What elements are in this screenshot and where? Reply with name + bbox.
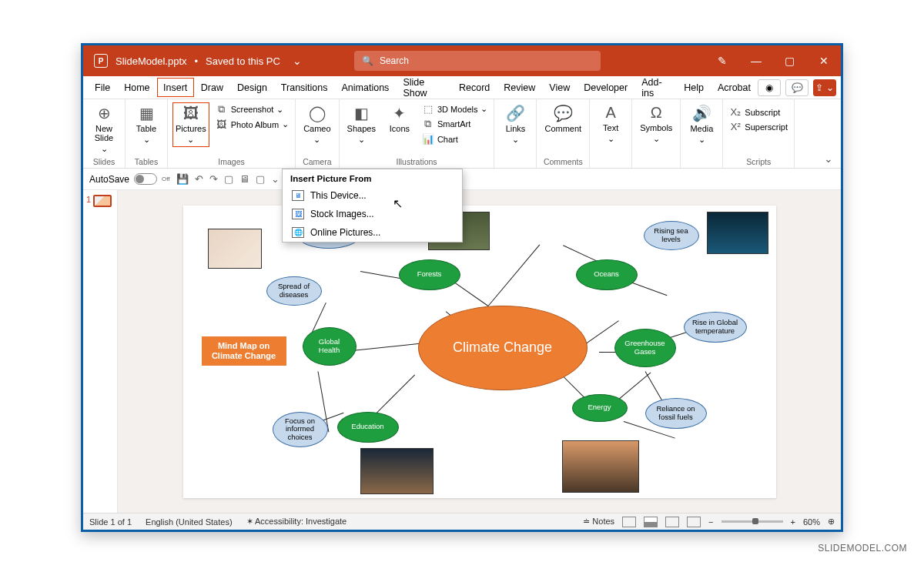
notes-button[interactable]: ≐ Notes	[583, 517, 614, 527]
node-rising-sea[interactable]: Rising sea levels	[644, 221, 699, 250]
table-button[interactable]: ▦Table⌄	[130, 102, 162, 146]
ribbon-collapse-button[interactable]: ⌄	[816, 99, 841, 168]
zoom-out-button[interactable]: −	[708, 517, 713, 527]
autosave-toggle[interactable]: AutoSave Off	[89, 173, 170, 185]
chart-button[interactable]: 📊Chart	[420, 132, 490, 146]
shapes-button[interactable]: ◧Shapes⌄	[344, 102, 379, 146]
fit-window-icon[interactable]: ⊕	[828, 517, 835, 527]
qat-icon-1[interactable]: ▢	[224, 173, 233, 185]
screenshot-button[interactable]: ⧉Screenshot ⌄	[214, 102, 290, 116]
slide-image-ocean[interactable]	[707, 212, 768, 254]
node-education[interactable]: Education	[337, 412, 399, 443]
menu-draw[interactable]: Draw	[194, 78, 230, 98]
smartart-icon: ⧉	[422, 118, 434, 130]
slide-canvas[interactable]: Mind Map on Climate Change Climate Chang…	[183, 206, 776, 498]
group-illustrations: ◧Shapes⌄ ✦Icons ⬚3D Models ⌄ ⧉SmartArt 📊…	[340, 99, 495, 168]
thumbnail-pane[interactable]: 1	[83, 190, 118, 513]
qat-icon-2[interactable]: 🖥	[239, 173, 249, 185]
dropdown-stock-images[interactable]: 🖼Stock Images...	[283, 205, 462, 223]
status-language[interactable]: English (United States)	[146, 517, 233, 527]
node-focus[interactable]: Focus on informed choices	[273, 412, 328, 447]
menu-view[interactable]: View	[542, 78, 577, 98]
canvas-wrap: Mind Map on Climate Change Climate Chang…	[118, 190, 841, 513]
menu-developer[interactable]: Developer	[577, 78, 634, 98]
photo-album-button[interactable]: 🖼Photo Album ⌄	[214, 118, 290, 131]
status-accessibility[interactable]: ✶ Accessibility: Investigate	[246, 517, 347, 527]
search-input[interactable]: 🔍 Search	[354, 51, 601, 71]
reading-view-icon[interactable]	[665, 517, 679, 527]
comments-pane-icon[interactable]: 💬	[785, 79, 808, 96]
subscript-button[interactable]: X₂Subscript	[728, 105, 789, 119]
pen-icon[interactable]: ✎	[705, 45, 739, 76]
comment-button[interactable]: 💬Comment	[541, 102, 584, 135]
node-spread[interactable]: Spread of diseases	[266, 276, 322, 306]
slide-image-books[interactable]	[360, 448, 434, 494]
dropdown-online-pictures[interactable]: 🌐Online Pictures...	[283, 223, 462, 242]
slideshow-view-icon[interactable]	[687, 517, 701, 527]
normal-view-icon[interactable]	[622, 517, 636, 527]
superscript-button[interactable]: X²Superscript	[728, 120, 789, 133]
menu-review[interactable]: Review	[497, 78, 542, 98]
icons-button[interactable]: ✦Icons	[383, 102, 416, 135]
slide-image-smoke[interactable]	[562, 440, 639, 493]
smartart-button[interactable]: ⧉SmartArt	[420, 117, 490, 131]
cameo-button[interactable]: ◯Cameo⌄	[300, 102, 333, 146]
menu-home[interactable]: Home	[117, 78, 156, 98]
zoom-slider[interactable]	[721, 520, 783, 523]
menu-design[interactable]: Design	[230, 78, 274, 98]
photo-album-icon: 🖼	[216, 119, 228, 130]
redo-icon[interactable]: ↷	[209, 173, 218, 185]
node-health[interactable]: Global Health	[303, 327, 357, 366]
menu-transitions[interactable]: Transitions	[274, 78, 335, 98]
pictures-button[interactable]: 🖼Pictures⌄	[172, 102, 209, 147]
zoom-in-button[interactable]: +	[791, 517, 795, 527]
menu-slide-show[interactable]: Slide Show	[396, 72, 452, 103]
maximize-button[interactable]: ▢	[773, 45, 807, 76]
slide-thumbnail[interactable]: 1	[86, 195, 114, 207]
node-energy[interactable]: Energy	[572, 394, 628, 422]
undo-icon[interactable]: ↶	[195, 173, 203, 185]
sorter-view-icon[interactable]	[644, 517, 658, 527]
subscript-icon: X₂	[729, 106, 742, 118]
slide-image-hands[interactable]	[208, 229, 262, 269]
qat-icon-3[interactable]: ▢	[256, 173, 265, 185]
node-reliance[interactable]: Reliance on fossil fuels	[645, 398, 707, 429]
group-media: 🔊Media⌄	[681, 99, 723, 168]
node-oceans[interactable]: Oceans	[576, 259, 638, 290]
group-label: Images	[172, 157, 290, 166]
3d-models-button[interactable]: ⬚3D Models ⌄	[420, 102, 490, 115]
menu-insert[interactable]: Insert	[157, 78, 194, 97]
node-greenhouse[interactable]: Greenhouse Gases	[614, 329, 676, 367]
menu-acrobat[interactable]: Acrobat	[711, 78, 758, 98]
symbols-button[interactable]: ΩSymbols⌄	[637, 102, 675, 146]
menu-addins[interactable]: Add-ins	[634, 72, 677, 103]
media-button[interactable]: 🔊Media⌄	[685, 102, 718, 146]
chevron-down-icon: ⌄	[358, 135, 365, 145]
minimize-button[interactable]: —	[739, 45, 773, 76]
menu-animations[interactable]: Animations	[335, 78, 397, 98]
title-bar: P SlideModel.pptx • Saved to this PC ⌄ 🔍…	[83, 45, 841, 76]
node-center[interactable]: Climate Change	[418, 306, 588, 390]
qat-more-icon[interactable]: ⌄	[271, 173, 280, 185]
node-rise-temp[interactable]: Rise in Global temperature	[684, 312, 747, 343]
new-slide-button[interactable]: ⊕New Slide⌄	[88, 102, 120, 156]
menu-record[interactable]: Record	[452, 78, 497, 98]
record-presentation-icon[interactable]: ◉	[758, 79, 781, 96]
chevron-down-icon: ⌄	[313, 135, 320, 145]
save-dropdown-icon[interactable]: ⌄	[293, 55, 302, 67]
slide-title-badge[interactable]: Mind Map on Climate Change	[202, 336, 286, 366]
share-button[interactable]: ⇪ ⌄	[813, 79, 836, 96]
text-button[interactable]: AText⌄	[594, 102, 627, 146]
zoom-level[interactable]: 60%	[803, 517, 820, 527]
links-button[interactable]: 🔗Links⌄	[499, 102, 531, 146]
group-label: Comments	[541, 157, 584, 166]
close-button[interactable]: ✕	[807, 45, 841, 76]
menu-help[interactable]: Help	[677, 78, 711, 98]
ribbon: ⊕New Slide⌄ Slides ▦Table⌄ Tables 🖼Pictu…	[83, 99, 841, 169]
menu-file[interactable]: File	[88, 78, 117, 98]
watermark: SLIDEMODEL.COM	[818, 543, 907, 554]
node-forests[interactable]: Forests	[399, 259, 460, 290]
media-icon: 🔊	[692, 104, 711, 122]
save-icon[interactable]: 💾	[176, 173, 189, 185]
dropdown-this-device[interactable]: 🖥This Device...	[283, 186, 462, 205]
